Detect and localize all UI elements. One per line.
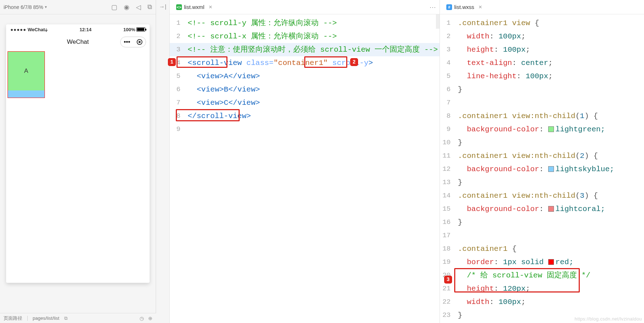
divider	[27, 316, 28, 321]
code-line: <!-- scroll-x 属性：允许横向滚动 -->	[188, 30, 337, 43]
nav-title: WeChat	[67, 38, 89, 46]
nav-bar: WeChat •••	[6, 34, 150, 50]
capsule-button[interactable]: •••	[120, 37, 146, 47]
code-line: .container1 view:nth-child(2) {	[458, 149, 598, 163]
back-icon[interactable]: ◁	[136, 3, 141, 11]
page-path[interactable]: pages/list/list	[33, 315, 59, 321]
signal-dots: ●●●●●	[10, 27, 26, 32]
code-wxss[interactable]: 1.container1 view { 2 width: 100px; 3 he…	[440, 14, 644, 322]
simulator-footer: 页面路径 pages/list/list ⧉ ◷ ⊕	[0, 313, 156, 323]
code-line: .container1 {	[458, 242, 517, 256]
code-line: }	[458, 136, 462, 149]
code-line: }	[458, 216, 462, 229]
close-icon[interactable]: ×	[479, 4, 482, 10]
color-swatch	[548, 206, 554, 212]
code-line: width: 100px;	[458, 295, 526, 309]
battery-icon	[136, 27, 145, 32]
tabs-wxss: # list.wxss ×	[440, 0, 644, 14]
record-icon[interactable]: ◉	[124, 3, 130, 11]
copy-icon[interactable]: ⧉	[64, 315, 67, 321]
code-line: }	[458, 83, 462, 96]
wifi-icon: ⏚	[45, 27, 48, 32]
code-line: <scroll-view class="container1" scroll-y…	[188, 56, 373, 70]
footer-icon-2[interactable]: ⊕	[148, 315, 152, 321]
code-line: <view>C</view>	[188, 96, 260, 109]
tab-list-wxss[interactable]: # list.wxss ×	[442, 0, 486, 14]
code-line: }	[458, 176, 462, 189]
close-ring-icon[interactable]	[137, 39, 142, 45]
wxml-file-icon: <>	[176, 4, 182, 10]
collapse-icon[interactable]: →|	[159, 4, 166, 10]
tab-label: list.wxml	[184, 4, 205, 10]
code-line: .container1 view:nth-child(3) {	[458, 189, 598, 202]
simulator-toolbar: iPhone 6/7/8 85% ▾ ▢ ◉ ◁ ⧉	[0, 0, 156, 14]
item-a: A	[8, 52, 44, 90]
carrier-label: WeChat	[28, 27, 45, 32]
windows-icon[interactable]: ⧉	[147, 3, 152, 11]
code-line: width: 100px;	[458, 30, 526, 43]
code-line: <view>A</view>	[188, 70, 260, 83]
tabs-wxml: <> list.wxml × ⋯	[170, 0, 439, 14]
code-line: </scroll-view>	[188, 109, 251, 123]
code-line: .container1 view {	[458, 17, 539, 30]
editor-wxml: <> list.wxml × ⋯ 1<!-- scroll-y 属性：允许纵向滚…	[170, 0, 439, 323]
code-line: background-color: lightcoral;	[458, 202, 605, 216]
code-line: .container1 view:nth-child(1) {	[458, 109, 598, 123]
scroll-view-demo[interactable]: A	[8, 51, 45, 98]
code-line: border: 1px solid red;	[458, 256, 574, 269]
close-icon[interactable]: ×	[209, 4, 212, 10]
device-selector[interactable]: iPhone 6/7/8 85% ▾	[4, 4, 47, 10]
simulator-panel: iPhone 6/7/8 85% ▾ ▢ ◉ ◁ ⧉ ●●●●● WeChat …	[0, 0, 156, 323]
code-line: line-height: 100px;	[458, 70, 553, 83]
chevron-down-icon: ▾	[45, 5, 47, 9]
code-line: background-color: lightgreen;	[458, 123, 605, 136]
tab-list-wxml[interactable]: <> list.wxml ×	[172, 0, 217, 14]
code-line: <!-- 注意：使用竖向滚动时，必须给 scroll-view 一个固定高度 -…	[188, 43, 438, 56]
item-b	[8, 90, 44, 98]
status-bar: ●●●●● WeChat ⏚ 12:14 100%	[6, 24, 150, 34]
code-wxml[interactable]: 1<!-- scroll-y 属性：允许纵向滚动 --> 2<!-- scrol…	[170, 14, 439, 136]
color-swatch	[548, 259, 554, 265]
tab-overflow-icon[interactable]: ⋯	[429, 3, 436, 11]
color-swatch	[548, 126, 554, 132]
editor-wxss: # list.wxss × 1.container1 view { 2 widt…	[439, 0, 644, 323]
code-line: /* 给 scroll-view 固定高度 */	[458, 269, 591, 282]
code-line: <!-- scroll-y 属性：允许纵向滚动 -->	[188, 17, 337, 30]
code-line: background-color: lightskyblue;	[458, 163, 614, 176]
footer-icon-1[interactable]: ◷	[140, 315, 144, 321]
code-line: }	[458, 309, 462, 322]
code-line: <view>B</view>	[188, 83, 260, 96]
editor-gutter: →|	[156, 0, 170, 323]
tab-label: list.wxss	[454, 4, 474, 10]
more-icon[interactable]: •••	[124, 38, 130, 46]
phone-simulator: ●●●●● WeChat ⏚ 12:14 100% WeChat ••• A	[6, 24, 150, 283]
minimap[interactable]	[436, 14, 439, 29]
code-line: height: 120px;	[458, 282, 530, 295]
code-line: text-align: center;	[458, 56, 553, 70]
color-swatch	[548, 166, 554, 172]
wxss-file-icon: #	[446, 4, 452, 10]
footer-label: 页面路径	[4, 315, 22, 322]
device-label: iPhone 6/7/8 85%	[4, 4, 43, 10]
code-line: height: 100px;	[458, 43, 530, 56]
watermark: https://blog.csdn.net/lvzinaldou	[575, 316, 642, 322]
battery-percent: 100%	[123, 27, 135, 32]
clock: 12:14	[80, 27, 91, 32]
layout-icon[interactable]: ▢	[111, 3, 117, 11]
